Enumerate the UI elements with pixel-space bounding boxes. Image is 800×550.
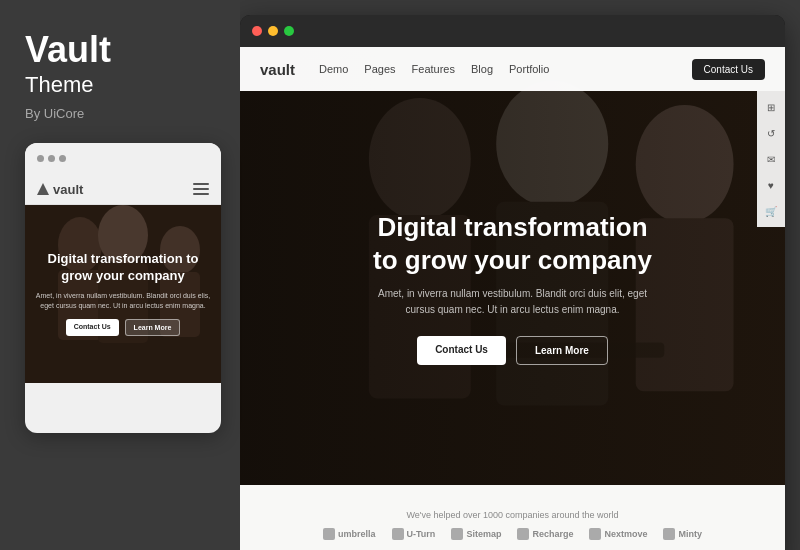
- brand-logo-sitemap: Sitemap: [451, 528, 501, 540]
- nav-link-blog[interactable]: Blog: [471, 63, 493, 75]
- nav-link-pages[interactable]: Pages: [364, 63, 395, 75]
- app-title: Vault: [25, 30, 215, 70]
- desktop-browser: Digital transformation to grow your comp…: [240, 47, 785, 550]
- desktop-nav-logo: vault: [260, 61, 295, 78]
- nav-link-features[interactable]: Features: [412, 63, 455, 75]
- recharge-icon: [517, 528, 529, 540]
- desktop-bottom-tagline: We've helped over 1000 companies around …: [406, 510, 618, 520]
- brand-logo-recharge: Recharge: [517, 528, 573, 540]
- window-close-dot: [252, 26, 262, 36]
- mobile-nav-logo: vault: [37, 182, 83, 197]
- sitemap-icon: [451, 528, 463, 540]
- nav-link-demo[interactable]: Demo: [319, 63, 348, 75]
- mobile-window-dots: [37, 155, 66, 162]
- desktop-bottom-section: We've helped over 1000 companies around …: [240, 485, 785, 550]
- desktop-hero-section: Digital transformation to grow your comp…: [240, 47, 785, 485]
- minty-icon: [663, 528, 675, 540]
- desktop-hero-description: Amet, in viverra nullam vestibulum. Blan…: [363, 286, 663, 318]
- toolbar-icon-4[interactable]: ♥: [759, 173, 783, 197]
- desktop-hero-buttons: Contact Us Learn More: [323, 336, 703, 365]
- uturn-icon: [392, 528, 404, 540]
- brand-logo-minty: Minty: [663, 528, 702, 540]
- brand-logo-nextmove: Nextmove: [589, 528, 647, 540]
- mobile-hero-buttons: Contact Us Learn More: [35, 319, 211, 336]
- desktop-contact-nav-button[interactable]: Contact Us: [692, 59, 765, 80]
- mobile-dot-red: [37, 155, 44, 162]
- mobile-hero-section: Digital transformation to grow your comp…: [25, 205, 221, 383]
- toolbar-icon-2[interactable]: ↺: [759, 121, 783, 145]
- desktop-side-toolbar: ⊞ ↺ ✉ ♥ 🛒: [757, 91, 785, 227]
- desktop-brand-logos: umbrella U-Turn Sitemap Recharge Nextmov…: [323, 528, 702, 540]
- desktop-learn-button[interactable]: Learn More: [516, 336, 608, 365]
- toolbar-icon-5[interactable]: 🛒: [759, 199, 783, 223]
- toolbar-icon-1[interactable]: ⊞: [759, 95, 783, 119]
- nextmove-icon: [589, 528, 601, 540]
- desktop-hero-title: Digital transformation to grow your comp…: [323, 211, 703, 276]
- brand-logo-uturn: U-Turn: [392, 528, 436, 540]
- mobile-dot-green: [59, 155, 66, 162]
- mobile-chrome-bar: [25, 143, 221, 175]
- mobile-hero-title: Digital transformation to grow your comp…: [35, 251, 211, 285]
- mobile-navbar: vault: [25, 175, 221, 205]
- left-panel: Vault Theme By UiCore vault: [0, 0, 240, 550]
- mobile-hero-content: Digital transformation to grow your comp…: [25, 241, 221, 345]
- mobile-hero-description: Amet, in viverra nullam vestibulum. Blan…: [35, 291, 211, 311]
- mobile-preview-card: vault Digit: [25, 143, 221, 433]
- desktop-nav-links: Demo Pages Features Blog Portfolio: [319, 63, 692, 75]
- desktop-hero-content: Digital transformation to grow your comp…: [323, 211, 703, 365]
- brand-logo-umbrella: umbrella: [323, 528, 376, 540]
- mobile-dot-yellow: [48, 155, 55, 162]
- app-by: By UiCore: [25, 106, 215, 121]
- umbrella-icon: [323, 528, 335, 540]
- desktop-preview-panel: Digital transformation to grow your comp…: [240, 15, 785, 550]
- toolbar-icon-3[interactable]: ✉: [759, 147, 783, 171]
- window-maximize-dot: [284, 26, 294, 36]
- mobile-learn-button[interactable]: Learn More: [125, 319, 181, 336]
- window-chrome: [240, 15, 785, 47]
- app-subtitle: Theme: [25, 72, 215, 98]
- mobile-hamburger-icon[interactable]: [193, 183, 209, 195]
- desktop-navbar: vault Demo Pages Features Blog Portfolio…: [240, 47, 785, 91]
- mobile-logo-icon: [37, 183, 49, 195]
- window-minimize-dot: [268, 26, 278, 36]
- desktop-contact-button[interactable]: Contact Us: [417, 336, 506, 365]
- nav-link-portfolio[interactable]: Portfolio: [509, 63, 549, 75]
- mobile-contact-button[interactable]: Contact Us: [66, 319, 119, 336]
